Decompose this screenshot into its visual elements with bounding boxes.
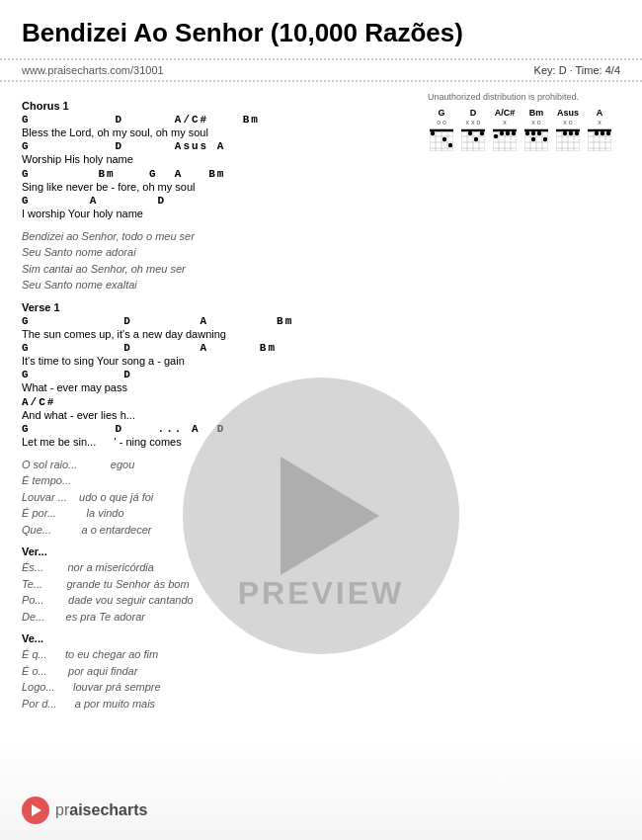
chord-diagrams-column: Unauthorized distribution is prohibited.…	[423, 92, 620, 717]
svg-point-56	[569, 131, 573, 135]
lyric-italic-line: O sol raio... egou	[22, 457, 413, 473]
chord-line: G D ... A D	[22, 423, 413, 435]
chord-line: G D Asus A	[22, 140, 413, 152]
key-time-text: Key: D · Time: 4/4	[534, 64, 620, 76]
section-chorus1-label: Chorus 1	[22, 100, 413, 112]
section-ver2-label: Ver...	[22, 546, 413, 557]
footer-brand-text: praisecharts	[55, 801, 147, 819]
svg-point-10	[448, 143, 452, 147]
verse1-stanza1: G D A Bm The sun comes up, it's a new da…	[22, 315, 413, 451]
lyric-line: The sun comes up, it's a new day dawning	[22, 327, 413, 342]
chord-diagram-d: D x x o	[459, 108, 487, 151]
main-content: Chorus 1 G D A/C# Bm Bless the Lord, oh …	[0, 82, 642, 717]
lyric-line: I worship Your holy name	[22, 207, 413, 221]
svg-point-9	[442, 137, 446, 141]
url-text: www.praisecharts.com/31001	[22, 64, 164, 76]
svg-point-31	[500, 131, 504, 135]
svg-point-32	[506, 131, 510, 135]
lyric-italic-line: Louvar ... udo o que já foi	[22, 489, 413, 506]
svg-point-19	[468, 131, 472, 135]
chord-line: G D A/C# Bm	[22, 114, 413, 126]
lyric-line: Bless the Lord, oh my soul, oh my soul	[22, 126, 413, 140]
footer-logo[interactable]	[22, 797, 49, 824]
svg-point-55	[563, 131, 567, 135]
svg-point-21	[474, 137, 478, 141]
unauthorized-text: Unauthorized distribution is prohibited.	[428, 92, 620, 102]
lyric-line: And what - ever lies h...	[22, 408, 413, 423]
chorus1-stanza1: G D A/C# Bm Bless the Lord, oh my soul, …	[22, 114, 413, 222]
chord-line: G D	[22, 369, 413, 380]
chord-grid-asus	[556, 127, 580, 151]
header: Bendizei Ao Senhor (10,000 Razões)	[0, 0, 642, 60]
lyric-line: Sing like never be - fore, oh my soul	[22, 180, 413, 195]
lyric-italic-line: É o... por aqui findar	[22, 663, 413, 680]
section-ve3-label: Ve...	[22, 632, 413, 644]
footer-play-icon	[32, 804, 41, 816]
svg-point-46	[543, 137, 547, 141]
chord-line: G D A Bm	[22, 315, 413, 327]
verse1-stanza2: O sol raio... egou É tempo... Louvar ...…	[22, 457, 413, 539]
lyric-italic-line: Seu Santo nome exaltai	[22, 277, 413, 294]
chord-grid-d	[461, 127, 485, 151]
chorus1-stanza2: Bendizei ao Senhor, todo o meu ser Seu S…	[22, 228, 413, 294]
chord-line: A/C#	[22, 396, 413, 408]
chord-diagram-asus: Asus x o	[554, 108, 582, 151]
lyric-italic-line: Te... grande tu Senhor às bom	[22, 576, 413, 593]
lyric-italic-line: És... nor a misericórdia	[22, 559, 413, 576]
svg-point-66	[595, 131, 599, 135]
footer-brand-bold: aisecharts	[69, 801, 147, 818]
svg-point-68	[606, 131, 610, 135]
footer-brand-pre: pr	[55, 801, 69, 818]
lyric-italic-line: Sim cantai ao Senhor, oh meu ser	[22, 261, 413, 278]
page-title: Bendizei Ao Senhor (10,000 Razões)	[22, 18, 620, 48]
svg-point-20	[480, 131, 484, 135]
lyric-line: Worship His holy name	[22, 152, 413, 167]
ve3-stanza: É q... to eu chegar ao fim É o... por aq…	[22, 646, 413, 712]
lyric-italic-line: Que... a o entardecer	[22, 522, 413, 539]
lyric-italic-line: Seu Santo nome adorai	[22, 244, 413, 261]
svg-point-33	[512, 131, 516, 135]
page-fade	[0, 741, 642, 840]
chord-diagram-g: G o o	[428, 108, 455, 151]
sheet-music-column: Chorus 1 G D A/C# Bm Bless the Lord, oh …	[22, 92, 423, 717]
lyric-italic-line: Bendizei ao Senhor, todo o meu ser	[22, 228, 413, 245]
chord-diagram-bm: Bm x o	[522, 108, 550, 151]
lyric-italic-line: De... es pra Te adorar	[22, 609, 413, 626]
lyric-italic-line: Logo... louvar prá sempre	[22, 679, 413, 696]
footer: praisecharts	[22, 797, 147, 824]
chord-diagram-a: A x	[586, 108, 613, 151]
svg-point-30	[494, 134, 498, 138]
sub-header: www.praisecharts.com/31001 Key: D · Time…	[0, 60, 642, 82]
chord-grid-g	[430, 127, 453, 151]
chord-line: G A D	[22, 195, 413, 207]
svg-point-42	[525, 131, 529, 135]
lyric-line: What - ever may pass	[22, 380, 413, 395]
chord-diagram-ac#: A/C# x	[491, 108, 519, 151]
svg-point-45	[531, 137, 535, 141]
lyric-line: Let me be sin... ' - ning comes	[22, 435, 413, 450]
lyric-italic-line: É por... la vindo	[22, 505, 413, 522]
lyric-italic-line: Por d... a por muito mais	[22, 696, 413, 713]
svg-point-43	[531, 131, 535, 135]
svg-point-67	[601, 131, 604, 135]
svg-point-8	[431, 131, 435, 135]
chord-grid-ac#	[493, 127, 517, 151]
ver2-stanza: És... nor a misericórdia Te... grande tu…	[22, 559, 413, 625]
chord-grid-bm	[524, 127, 548, 151]
svg-point-44	[537, 131, 541, 135]
lyric-italic-line: É tempo...	[22, 472, 413, 489]
lyric-line: It's time to sing Your song a - gain	[22, 354, 413, 369]
lyric-italic-line: Po... dade vou seguir cantando	[22, 592, 413, 609]
chord-grid-a	[588, 127, 611, 151]
chord-line: G D A Bm	[22, 342, 413, 354]
svg-point-57	[575, 131, 579, 135]
chord-line: G Bm G A Bm	[22, 168, 413, 180]
section-verse1-label: Verse 1	[22, 301, 413, 313]
lyric-italic-line: É q... to eu chegar ao fim	[22, 646, 413, 663]
